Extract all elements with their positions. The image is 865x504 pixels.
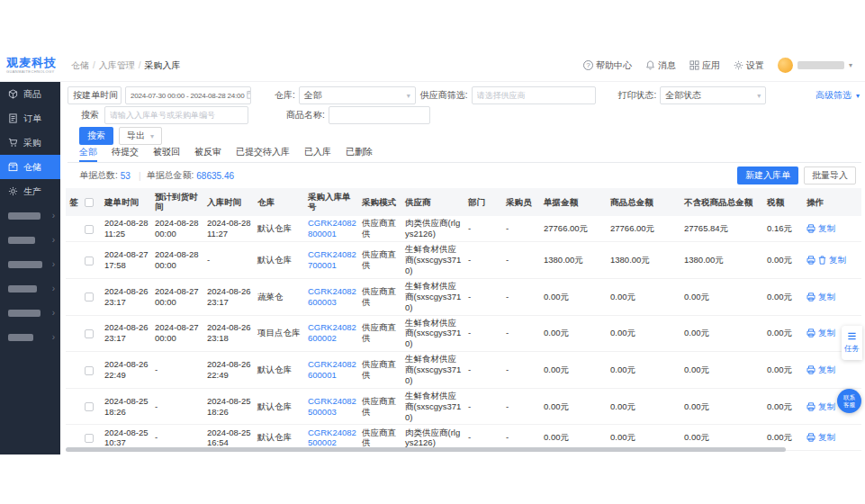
tab-submitted-awaiting[interactable]: 已提交待入库 (236, 146, 290, 162)
product-name-input[interactable] (329, 106, 430, 124)
tab-rejected[interactable]: 被驳回 (153, 146, 180, 162)
col-doc-amount: 单据金额 (541, 188, 608, 216)
sidebar-item-warehouse[interactable]: 仓储 (0, 155, 60, 179)
apps-button[interactable]: 应用 (689, 59, 720, 72)
order-no-link[interactable]: CGRK24082800001 (308, 218, 356, 238)
supplier-filter-input[interactable] (472, 86, 596, 104)
select-all-checkbox[interactable] (85, 198, 94, 207)
table-row[interactable]: 2024-08-2811:25 2024-08-2800:00 2024-08-… (66, 216, 861, 242)
row-checkbox[interactable] (85, 366, 94, 375)
search-row: 搜索 商品名称: (68, 106, 860, 124)
table-row[interactable]: 2024-08-2717:58 2024-08-2800:00 - 默认仓库 C… (66, 242, 861, 279)
export-button[interactable]: 导出 ▾ (119, 127, 162, 145)
production-icon (8, 186, 18, 196)
print-icon[interactable] (806, 292, 815, 302)
doc-amount-cell: 0.00元 (541, 352, 608, 389)
print-icon[interactable] (806, 433, 815, 442)
row-checkbox[interactable] (85, 256, 94, 266)
delete-icon[interactable] (818, 256, 826, 265)
purchaser-cell: - (503, 315, 541, 352)
warehouse-cell: 项目点仓库 (255, 315, 305, 352)
copy-link[interactable]: 复制 (829, 255, 846, 266)
tab-pending-submit[interactable]: 待提交 (112, 146, 139, 162)
copy-link[interactable]: 复制 (818, 401, 835, 412)
copy-link[interactable]: 复制 (818, 364, 835, 375)
tab-stored[interactable]: 已入库 (304, 146, 331, 162)
table-row[interactable]: 2024-08-2623:17 2024-08-2700:00 2024-08-… (66, 315, 861, 352)
tax-cell: 0.00元 (764, 388, 804, 425)
order-no-link[interactable]: CGRK24082500002 (308, 428, 356, 448)
sidebar-item-redacted[interactable]: › (0, 276, 60, 301)
print-icon[interactable] (806, 224, 815, 233)
row-checkbox[interactable] (85, 225, 94, 234)
search-input[interactable] (104, 106, 248, 124)
task-panel-button[interactable]: 任务 (842, 326, 862, 360)
tab-deleted[interactable]: 已删除 (346, 146, 373, 162)
row-checkbox[interactable] (85, 329, 94, 338)
topbar: 观麦科技 GUANMAITECHNOLOGY 仓储/入库管理/采购入库 ? 帮助… (0, 50, 865, 82)
tab-all[interactable]: 全部 (79, 146, 97, 162)
tab-reaudited[interactable]: 被反审 (194, 146, 221, 162)
table-row[interactable]: 2024-08-2623:17 2024-08-2700:00 2024-08-… (66, 278, 861, 315)
chevron-down-icon: ▾ (849, 61, 852, 69)
sidebar-item-redacted[interactable]: › (0, 203, 60, 228)
sidebar-item-redacted[interactable]: › (0, 252, 60, 276)
print-icon[interactable] (806, 328, 815, 338)
goods-amount-cell: 0.00元 (608, 352, 681, 389)
search-button[interactable]: 搜索 (79, 127, 113, 145)
create-time-cell: 2024-08-2717:58 (102, 242, 152, 279)
copy-link[interactable]: 复制 (818, 432, 835, 443)
order-no-link[interactable]: CGRK24082600001 (308, 359, 356, 380)
sidebar-item-redacted[interactable]: › (0, 301, 60, 325)
doc-count-value: 53 (121, 171, 131, 181)
row-checkbox[interactable] (85, 292, 94, 302)
chevron-right-icon: › (52, 309, 55, 318)
print-icon[interactable] (806, 402, 815, 411)
date-range-input[interactable]: 2024-07-30 00:00 - 2024-08-28 24:00 (125, 86, 251, 104)
doc-amount-cell: 1380.00元 (541, 242, 608, 279)
copy-link[interactable]: 复制 (818, 328, 835, 338)
sidebar-item-goods[interactable]: 商品 (0, 82, 60, 106)
copy-link[interactable]: 复制 (818, 292, 835, 302)
supplier-cell: 生鲜食材供应商(sxscgys3710) (402, 242, 465, 279)
breadcrumb-section[interactable]: 入库管理 (99, 60, 135, 70)
goods-amount-cell: 1380.00元 (608, 242, 681, 279)
contact-service-button[interactable]: 联系客服 (837, 389, 861, 413)
order-no-link[interactable]: CGRK24082500001 (308, 454, 356, 454)
print-icon[interactable] (806, 365, 815, 374)
advanced-filter-link[interactable]: 高级筛选 ▾ (815, 89, 860, 102)
redacted-label (8, 310, 41, 317)
help-center-button[interactable]: ? 帮助中心 (583, 59, 632, 72)
order-no-link[interactable]: CGRK24082700001 (308, 249, 356, 270)
sidebar-item-redacted[interactable]: › (0, 228, 60, 252)
table-row[interactable]: 2024-08-2518:26 - 2024-08-2518:26 默认仓库 C… (66, 388, 861, 425)
chevron-down-icon: ▾ (404, 92, 410, 100)
print-status-select[interactable]: 全部状态 ▾ (660, 86, 766, 104)
user-menu[interactable]: ▾ (778, 58, 852, 73)
settings-button[interactable]: 设置 (734, 59, 764, 72)
row-checkbox[interactable] (85, 434, 94, 443)
warehouse-select[interactable]: 全部 ▾ (299, 86, 416, 104)
department-cell: - (465, 278, 503, 315)
sidebar-item-production[interactable]: 生产 (0, 179, 60, 203)
sidebar-item-purchase[interactable]: 采购 (0, 130, 60, 155)
order-no-link[interactable]: CGRK24082500003 (308, 396, 356, 417)
sidebar-item-redacted[interactable]: › (0, 325, 60, 349)
row-checkbox[interactable] (85, 402, 94, 411)
copy-link[interactable]: 复制 (818, 223, 835, 234)
warehouse-cell: 默认仓库 (255, 352, 305, 389)
create-inbound-order-button[interactable]: 新建入库单 (737, 166, 798, 184)
sidebar-item-orders[interactable]: 订单 (0, 106, 60, 130)
batch-import-button[interactable]: 批量导入 (804, 166, 856, 184)
table-body: 2024-08-2811:25 2024-08-2800:00 2024-08-… (66, 216, 861, 454)
bell-icon (645, 60, 655, 70)
messages-button[interactable]: 消息 (645, 59, 676, 72)
breadcrumb-root[interactable]: 仓储 (71, 60, 89, 70)
task-label: 任务 (844, 344, 860, 355)
order-no-link[interactable]: CGRK24082600003 (308, 286, 356, 307)
date-type-select[interactable]: 按建单时间 ▾ (68, 86, 122, 104)
table-row[interactable]: 2024-08-2622:49 - 2024-08-2622:49 默认仓库 C… (66, 352, 861, 389)
print-icon[interactable] (806, 256, 815, 265)
horizontal-scrollbar[interactable] (66, 447, 786, 452)
order-no-link[interactable]: CGRK24082600002 (308, 322, 356, 343)
